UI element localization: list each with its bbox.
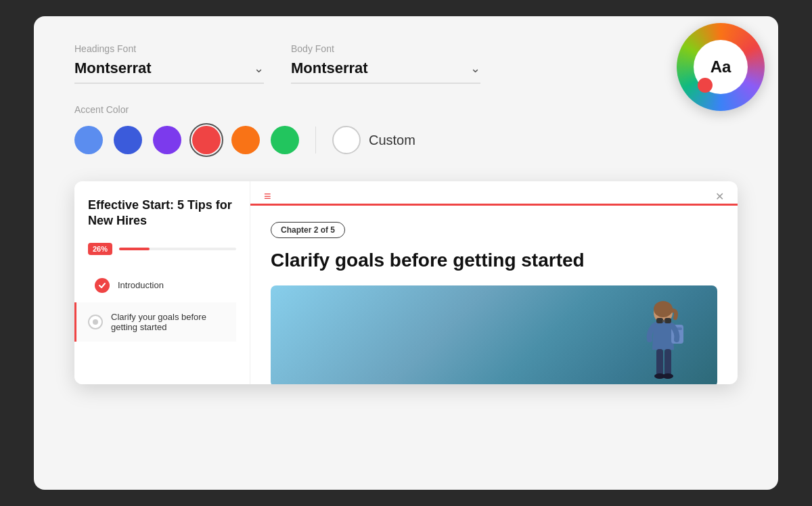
color-divider bbox=[315, 127, 316, 154]
custom-color-option[interactable]: Custom bbox=[332, 126, 415, 154]
chapter-list: Introduction Clarify your goals before g… bbox=[88, 269, 236, 342]
headings-font-chevron-icon: ⌄ bbox=[254, 61, 264, 76]
app-logo: Aa bbox=[677, 23, 765, 111]
person-silhouette-icon bbox=[636, 299, 690, 384]
progress-row: 26% bbox=[88, 243, 236, 255]
color-red[interactable] bbox=[192, 126, 221, 154]
headings-font-group: Headings Font Montserrat ⌄ bbox=[74, 43, 264, 84]
svg-rect-5 bbox=[664, 318, 671, 323]
close-icon[interactable]: ✕ bbox=[715, 190, 724, 203]
content-title: Clarify goals before getting started bbox=[271, 249, 717, 272]
content-image bbox=[271, 285, 717, 384]
progress-badge: 26% bbox=[88, 243, 112, 255]
main-container: Aa Headings Font Montserrat ⌄ Body Font … bbox=[34, 16, 778, 490]
color-orange[interactable] bbox=[231, 126, 260, 154]
custom-label: Custom bbox=[369, 133, 415, 148]
chapter-clarify-label: Clarify your goals before getting starte… bbox=[111, 312, 229, 332]
svg-rect-4 bbox=[656, 318, 663, 323]
logo-dot bbox=[698, 78, 713, 93]
content-topbar: ≡ ✕ bbox=[250, 181, 738, 206]
logo-inner: Aa bbox=[694, 40, 748, 94]
chapter-item-clarify[interactable]: Clarify your goals before getting starte… bbox=[74, 302, 236, 342]
color-options-row: Custom bbox=[74, 126, 738, 154]
menu-lines-icon[interactable]: ≡ bbox=[264, 189, 271, 204]
preview-sidebar: Effective Start: 5 Tips for New Hires 26… bbox=[74, 181, 250, 384]
body-font-chevron-icon: ⌄ bbox=[470, 61, 480, 76]
svg-rect-8 bbox=[664, 349, 671, 376]
headings-font-label: Headings Font bbox=[74, 43, 264, 54]
headings-font-value: Montserrat bbox=[74, 60, 152, 77]
partial-dot bbox=[93, 319, 98, 325]
body-font-label: Body Font bbox=[291, 43, 480, 54]
content-body: Chapter 2 of 5 Clarify goals before gett… bbox=[250, 206, 738, 384]
book-title: Effective Start: 5 Tips for New Hires bbox=[88, 198, 236, 229]
chapter-badge: Chapter 2 of 5 bbox=[271, 222, 345, 238]
progress-bar-fill bbox=[119, 248, 150, 250]
check-complete-icon bbox=[95, 278, 110, 293]
color-green[interactable] bbox=[271, 126, 299, 154]
font-settings-row: Headings Font Montserrat ⌄ Body Font Mon… bbox=[74, 43, 738, 84]
headings-font-select[interactable]: Montserrat ⌄ bbox=[74, 60, 264, 84]
progress-bar-bg bbox=[119, 248, 236, 250]
logo-text: Aa bbox=[710, 58, 731, 76]
custom-circle-icon bbox=[332, 126, 361, 154]
color-blue-dark[interactable] bbox=[114, 126, 142, 154]
accent-color-label: Accent Color bbox=[74, 104, 738, 115]
preview-content: ≡ ✕ Chapter 2 of 5 Clarify goals before … bbox=[250, 181, 738, 384]
chapter-introduction-label: Introduction bbox=[118, 280, 164, 290]
body-font-group: Body Font Montserrat ⌄ bbox=[291, 43, 480, 84]
preview-window: Effective Start: 5 Tips for New Hires 26… bbox=[74, 181, 738, 384]
accent-color-section: Accent Color Custom bbox=[74, 104, 738, 154]
body-font-select[interactable]: Montserrat ⌄ bbox=[291, 60, 480, 84]
color-blue-light[interactable] bbox=[74, 126, 103, 154]
color-purple[interactable] bbox=[153, 126, 181, 154]
partial-progress-icon bbox=[88, 315, 103, 329]
body-font-value: Montserrat bbox=[291, 60, 368, 77]
svg-point-10 bbox=[662, 373, 673, 379]
svg-rect-6 bbox=[662, 320, 665, 322]
chapter-item-introduction[interactable]: Introduction bbox=[88, 269, 236, 302]
svg-rect-7 bbox=[656, 349, 663, 376]
